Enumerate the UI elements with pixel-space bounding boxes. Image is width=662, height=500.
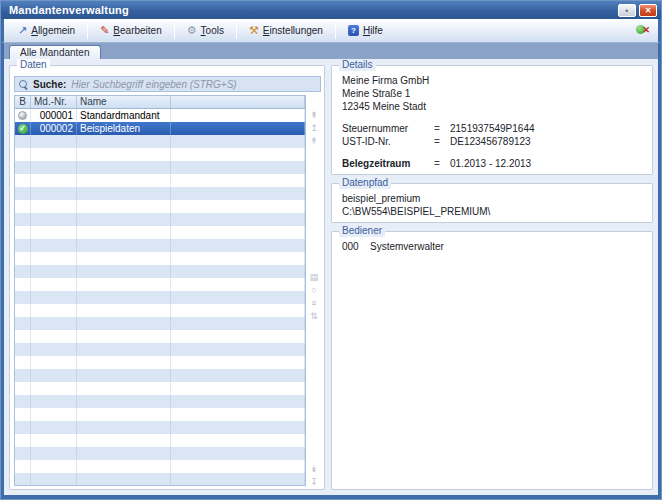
cell-name [77, 447, 171, 460]
table-empty-row [15, 174, 305, 187]
cell-name [77, 278, 171, 291]
cell-extra [171, 226, 305, 239]
gap [342, 113, 644, 122]
cell-name [77, 434, 171, 447]
cell-md-nr [31, 174, 77, 187]
check-icon: ✓ [18, 124, 28, 134]
cell-extra [171, 278, 305, 291]
status-cell [15, 473, 31, 486]
cell-extra [171, 161, 305, 174]
status-cell [15, 278, 31, 291]
cell-extra [171, 291, 305, 304]
column-header-Name[interactable]: Name [77, 96, 171, 108]
cell-name [77, 473, 171, 486]
side-middle-icon-2[interactable]: ≡ [308, 297, 320, 309]
table-empty-row [15, 447, 305, 460]
side-middle-icon-3[interactable]: ⇅ [308, 310, 320, 322]
toolbar-button-allgemein[interactable]: ↗Allgemein [10, 22, 83, 39]
detail-field-row: UST-ID-Nr.=DE123456789123 [342, 135, 644, 148]
cell-md-nr [31, 434, 77, 447]
side-top-icon-1[interactable]: ↥ [308, 122, 320, 134]
table-empty-row [15, 161, 305, 174]
cell-md-nr [31, 382, 77, 395]
ball-icon [18, 111, 27, 120]
toolbar-separator [335, 23, 336, 39]
exit-icon[interactable]: ✕ [636, 24, 650, 37]
side-middle-icon-1[interactable]: ○ [308, 284, 320, 296]
status-cell [15, 356, 31, 369]
cell-name [77, 356, 171, 369]
cell-name [77, 226, 171, 239]
search-input[interactable] [71, 79, 316, 90]
details-body: Meine Firma GmbHMeine Straße 112345 Mein… [342, 74, 644, 170]
field-label: Belegzeitraum [342, 157, 434, 170]
cell-name [77, 408, 171, 421]
window-menu-icon: ▪ [626, 6, 629, 15]
cell-extra [171, 330, 305, 343]
status-cell [15, 330, 31, 343]
column-header-Md.-Nr.[interactable]: Md.-Nr. [31, 96, 77, 108]
right-column: Details Meine Firma GmbHMeine Straße 112… [331, 65, 653, 490]
table-empty-row [15, 187, 305, 200]
table-row[interactable]: ✓000002Beispieldaten [15, 122, 305, 135]
cell-md-nr [31, 408, 77, 421]
toolbar-button-label: Bearbeiten [113, 25, 161, 36]
cell-extra [171, 109, 305, 122]
cell-md-nr [31, 161, 77, 174]
cell-name [77, 239, 171, 252]
cell-md-nr [31, 148, 77, 161]
cell-extra [171, 460, 305, 473]
status-cell [15, 252, 31, 265]
table-empty-row [15, 317, 305, 330]
toolbar-button-bearbeiten[interactable]: ✎Bearbeiten [92, 22, 170, 39]
title-bar: Mandantenverwaltung ▪ ✕ [1, 1, 661, 19]
search-icon [19, 80, 28, 89]
column-header-B[interactable]: B [15, 96, 31, 108]
cell-extra [171, 239, 305, 252]
status-cell [15, 200, 31, 213]
status-check-icon: ✓ [15, 122, 31, 135]
table-empty-row [15, 265, 305, 278]
table-empty-row [15, 356, 305, 369]
datenpfad-group-label: Datenpfad [339, 177, 391, 189]
detail-field-row: Steuernummer=2151937549P1644 [342, 122, 644, 135]
window-menu-button[interactable]: ▪ [618, 4, 636, 17]
datenpfad-group: Datenpfad beispiel_premiumC:\BW554\BEISP… [331, 183, 653, 223]
side-middle-icon-0[interactable]: ▤ [308, 271, 320, 283]
status-ball-icon [15, 109, 31, 122]
table-row[interactable]: 000001Standardmandant [15, 109, 305, 122]
cell-extra [171, 252, 305, 265]
status-cell [15, 213, 31, 226]
side-bottom-icon-0[interactable]: ↡ [308, 463, 320, 475]
cell-name [77, 395, 171, 408]
help-icon: ? [348, 25, 359, 36]
tab-alle-mandanten[interactable]: Alle Mandanten [9, 45, 101, 59]
field-label: UST-ID-Nr. [342, 135, 434, 148]
toolbar-button-einstellungen[interactable]: ⚒Einstellungen [241, 22, 331, 39]
toolbar-button-tools[interactable]: ⚙Tools [179, 22, 232, 39]
daten-group-label: Daten [17, 59, 50, 71]
cell-md-nr [31, 278, 77, 291]
table-empty-row [15, 473, 305, 486]
table-empty-row [15, 421, 305, 434]
bediener-row[interactable]: 000Systemverwalter [342, 240, 644, 253]
cell-name [77, 421, 171, 434]
bediener-group-label: Bediener [339, 225, 385, 237]
mandanten-table: BMd.-Nr.Name000001Standardmandant✓000002… [14, 95, 306, 486]
field-separator: = [434, 157, 450, 170]
cell-name [77, 148, 171, 161]
table-empty-row [15, 382, 305, 395]
toolbar-button-hilfe[interactable]: ?Hilfe [340, 22, 391, 39]
close-button[interactable]: ✕ [639, 4, 657, 17]
app-window: Mandantenverwaltung ▪ ✕ ↗Allgemein✎Bearb… [0, 0, 662, 500]
cell-md-nr [31, 473, 77, 486]
details-group: Details Meine Firma GmbHMeine Straße 112… [331, 65, 653, 175]
cell-extra [171, 200, 305, 213]
table-empty-row [15, 408, 305, 421]
column-header-extra[interactable] [171, 96, 305, 108]
side-top-icon-2[interactable]: ↟ [308, 135, 320, 147]
cell-md-nr [31, 330, 77, 343]
side-top-icon-0[interactable]: ⇞ [308, 109, 320, 121]
address-line: Meine Straße 1 [342, 87, 644, 100]
side-bottom-icon-1[interactable]: ↧ [308, 476, 320, 486]
